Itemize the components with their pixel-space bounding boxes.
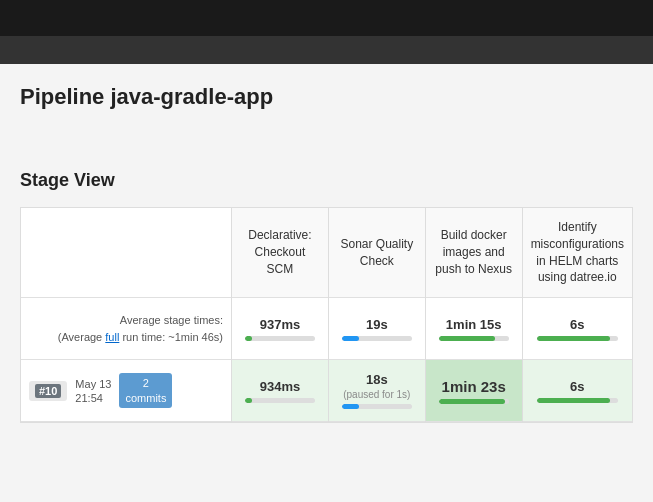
top-bar [0, 0, 653, 36]
stages-area: Declarative: Checkout SCM 937ms 934ms [231, 208, 632, 422]
stage-build-4[interactable]: 6s [523, 360, 632, 422]
build-badge[interactable]: #10 [29, 381, 67, 401]
stage-header-3: Build docker images and push to Nexus [426, 208, 522, 298]
stage-header-1: Declarative: Checkout SCM [232, 208, 328, 298]
stage-view-label: Stage View [20, 170, 633, 191]
build-time: 21:54 [75, 392, 111, 404]
stage-col-2: Sonar Quality Check 19s 18s (paused for … [329, 208, 426, 422]
stage-build-1[interactable]: 934ms [232, 360, 328, 422]
stage-col-3: Build docker images and push to Nexus 1m… [426, 208, 523, 422]
stage-avg-1: 937ms [232, 298, 328, 360]
commits-badge[interactable]: 2 commits [119, 373, 172, 408]
avg-stage-times: Average stage times: (Average full run t… [21, 298, 231, 360]
pipeline-title: Pipeline java-gradle-app [20, 84, 633, 110]
stage-build-3[interactable]: 1min 23s [426, 360, 522, 422]
build-row: #10 May 13 21:54 2 commits [21, 360, 231, 422]
stage-build-2[interactable]: 18s (paused for 1s) [329, 360, 425, 422]
left-col: Average stage times: (Average full run t… [21, 208, 231, 422]
stage-header-2: Sonar Quality Check [329, 208, 425, 298]
stage-avg-4: 6s [523, 298, 632, 360]
stage-avg-2: 19s [329, 298, 425, 360]
stage-avg-3: 1min 15s [426, 298, 522, 360]
build-date: May 13 [75, 378, 111, 390]
stage-view-container: Average stage times: (Average full run t… [20, 207, 633, 423]
stage-header-4: Identify misconfigurations in HELM chart… [523, 208, 632, 298]
stage-col-1: Declarative: Checkout SCM 937ms 934ms [232, 208, 329, 422]
stage-col-4: Identify misconfigurations in HELM chart… [523, 208, 632, 422]
second-bar [0, 36, 653, 64]
